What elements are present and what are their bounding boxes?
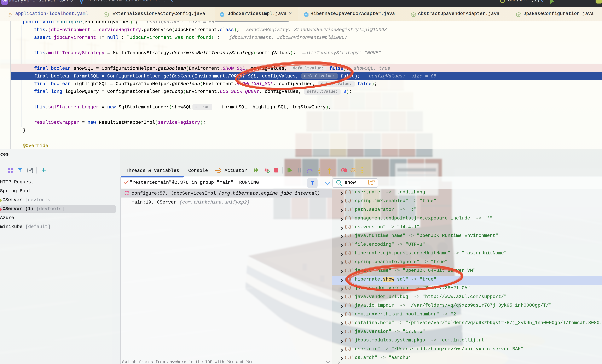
svg-text:YA: YA — [9, 12, 12, 15]
svg-text:ML: ML — [9, 15, 12, 18]
